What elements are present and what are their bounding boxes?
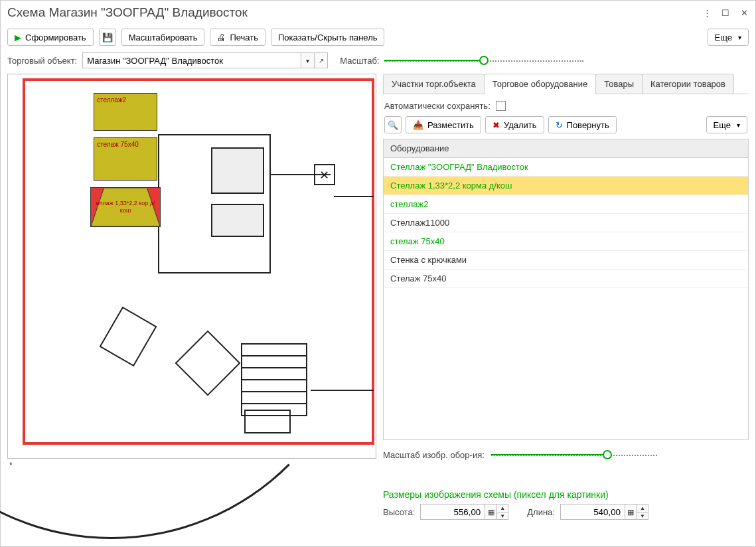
shelf133-label: еллаж 1,33*2,2 кор д/кош <box>94 191 157 214</box>
search-button[interactable]: 🔍 <box>384 116 402 133</box>
play-icon: ▶ <box>15 33 21 42</box>
more-button-detail[interactable]: Еще <box>706 116 747 133</box>
kebab-icon[interactable]: ⋮ <box>702 8 712 17</box>
height-label: Высота: <box>383 507 415 517</box>
maximize-icon[interactable]: ☐ <box>721 8 730 17</box>
toggle-panel-label: Показать/Скрыть панель <box>278 33 377 42</box>
width-up-icon[interactable]: ▲ <box>637 505 648 512</box>
tab-goods[interactable]: Товары <box>595 74 643 94</box>
place-label: Разместить <box>427 120 474 130</box>
close-icon[interactable]: ✕ <box>739 8 749 17</box>
shelf2-label: стеллаж2 <box>97 96 126 104</box>
list-item[interactable]: Стенка с крючками <box>384 251 748 270</box>
image-scale-slider[interactable] <box>491 447 657 463</box>
list-item[interactable]: стелаж 75х40 <box>384 232 748 251</box>
list-item[interactable]: Стеллаж "ЗООГРАД" Владивосток <box>384 158 748 177</box>
height-down-icon[interactable]: ▼ <box>497 512 508 519</box>
scale-label-text: Масштаб: <box>340 56 379 66</box>
width-calc-icon[interactable]: ▦ <box>625 504 637 520</box>
stairs <box>241 343 307 416</box>
list-item[interactable]: Стеллаж11000 <box>384 214 748 232</box>
place-button[interactable]: 📥 Разместить <box>406 116 481 133</box>
dropdown-icon[interactable]: ▾ <box>301 52 315 68</box>
shelf-133[interactable]: еллаж 1,33*2,2 кор д/кош <box>90 187 161 227</box>
tabs: Участки торг.объекта Торговое оборудован… <box>383 74 749 94</box>
rotate-label: Повернуть <box>567 120 609 130</box>
image-scale-thumb[interactable] <box>603 450 612 459</box>
list-item[interactable]: Стеллаж 1,33*2,2 корма д/кош <box>384 177 748 195</box>
tab-categories[interactable]: Категории товаров <box>642 74 734 94</box>
tab-equipment[interactable]: Торговое оборудование <box>484 74 596 94</box>
place-icon: 📥 <box>413 120 423 130</box>
shelf-stellaj2[interactable]: стеллаж2 <box>94 93 157 131</box>
shelf-75x40[interactable]: стелаж 75х40 <box>94 137 157 181</box>
width-label: Длина: <box>527 507 555 517</box>
slider-thumb[interactable] <box>479 56 489 65</box>
image-scale-label: Масштаб изобр. обор-ия: <box>383 450 485 460</box>
equipment-header: Оборудование <box>383 139 749 158</box>
shelf75-label: стелаж 75х40 <box>97 141 139 148</box>
delete-label: Удалить <box>504 120 537 130</box>
toggle-panel-button[interactable]: Показать/Скрыть панель <box>271 29 384 46</box>
print-button[interactable]: 🖨 Печать <box>210 29 265 46</box>
autosave-label: Автоматически сохранять: <box>384 101 491 111</box>
floorplan-canvas[interactable]: ✕ <box>7 74 376 459</box>
autosave-checkbox[interactable] <box>496 101 506 111</box>
magnifier-icon: 🔍 <box>388 120 398 130</box>
scale-slider[interactable] <box>384 52 583 68</box>
printer-icon: 🖨 <box>217 33 226 42</box>
x-icon: ✕ <box>319 168 329 183</box>
height-up-icon[interactable]: ▲ <box>497 505 508 512</box>
rotate-icon: ↻ <box>556 120 563 130</box>
width-down-icon[interactable]: ▼ <box>637 512 648 519</box>
list-item[interactable]: Стелаж 75х40 <box>384 270 748 288</box>
list-item[interactable]: стеллаж2 <box>384 195 748 214</box>
width-input[interactable] <box>560 504 625 520</box>
open-icon[interactable]: ↗ <box>315 52 328 68</box>
delete-icon: ✖ <box>492 120 500 130</box>
window-title: Схема Магазин "ЗООГРАД" Владивосток <box>7 5 702 20</box>
equipment-list: Стеллаж "ЗООГРАД" ВладивостокСтеллаж 1,3… <box>383 158 749 440</box>
asterisk-marker: * <box>9 461 13 470</box>
more-detail-label: Еще <box>714 120 731 130</box>
height-calc-icon[interactable]: ▦ <box>485 504 497 520</box>
dimensions-title: Размеры изображения схемы (пиксел для ка… <box>383 489 749 500</box>
print-label: Печать <box>230 33 258 42</box>
more-top-label: Еще <box>715 33 732 42</box>
more-button-top[interactable]: Еще <box>708 29 749 46</box>
height-input[interactable] <box>420 504 485 520</box>
floorplan-curve <box>0 35 364 539</box>
rotate-button[interactable]: ↻ Повернуть <box>548 116 617 133</box>
tab-sections[interactable]: Участки торг.объекта <box>383 74 485 94</box>
delete-button[interactable]: ✖ Удалить <box>485 116 544 133</box>
